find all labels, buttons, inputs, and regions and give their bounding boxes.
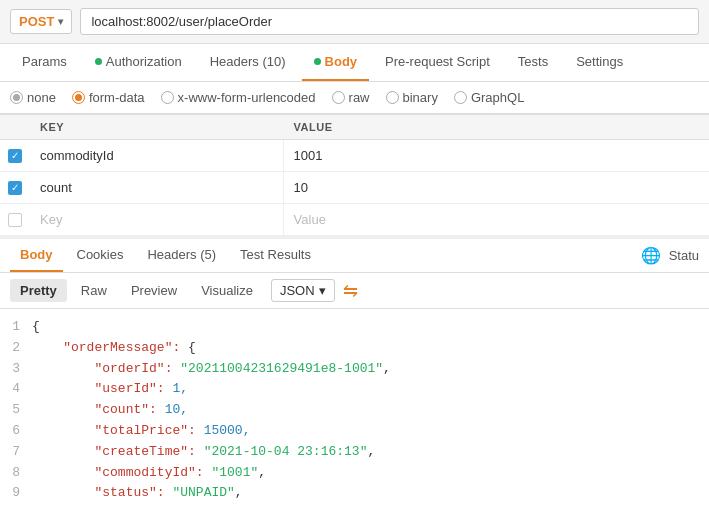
response-tab-test-results[interactable]: Test Results [230,239,321,272]
url-input[interactable] [80,8,699,35]
checkbox-checked-0 [8,149,22,163]
kv-rows-container: commodityId1001count10KeyValue [0,140,709,236]
kv-key-cell-2[interactable]: Key [30,204,284,235]
response-section: BodyCookiesHeaders (5)Test Results 🌐 Sta… [0,236,709,506]
body-type-label-raw: raw [349,90,370,105]
radio-circle-form-data [72,91,85,104]
format-dropdown[interactable]: JSON▾ [271,279,335,302]
format-btn-raw[interactable]: Raw [71,279,117,302]
body-dot [314,58,321,65]
response-tabs-row: BodyCookiesHeaders (5)Test Results 🌐 Sta… [0,239,709,273]
request-tab-settings[interactable]: Settings [564,44,635,81]
line-number-2: 2 [0,338,32,359]
response-tab-cookies[interactable]: Cookies [67,239,134,272]
line-content-9: "status": "UNPAID", [32,483,709,504]
body-type-label-form-data: form-data [89,90,145,105]
line-content-8: "commodityId": "1001", [32,463,709,484]
line-number-7: 7 [0,442,32,463]
body-type-label-binary: binary [403,90,438,105]
response-tab-body[interactable]: Body [10,239,63,272]
kv-row-2: KeyValue [0,204,709,236]
kv-key-header: KEY [30,115,284,139]
kv-value-cell-2[interactable]: Value [284,204,709,235]
status-text: Statu [669,248,699,263]
line-content-2: "orderMessage": { [32,338,709,359]
kv-value-cell-1[interactable]: 10 [284,172,709,203]
request-tab-headers[interactable]: Headers (10) [198,44,298,81]
kv-table-header: KEY VALUE [0,114,709,140]
checkbox-unchecked-2 [8,213,22,227]
line-number-3: 3 [0,359,32,380]
tab-label-headers: Headers (10) [210,54,286,69]
line-number-6: 6 [0,421,32,442]
line-content-4: "userId": 1, [32,379,709,400]
authorization-dot [95,58,102,65]
response-tab-headers[interactable]: Headers (5) [137,239,226,272]
format-btn-preview[interactable]: Preview [121,279,187,302]
method-arrow-icon: ▾ [58,16,63,27]
kv-key-cell-0[interactable]: commodityId [30,140,284,171]
line-content-5: "count": 10, [32,400,709,421]
code-line-5: 5 "count": 10, [0,400,709,421]
code-line-8: 8 "commodityId": "1001", [0,463,709,484]
body-type-label-graphql: GraphQL [471,90,524,105]
format-dropdown-label: JSON [280,283,315,298]
code-line-6: 6 "totalPrice": 15000, [0,421,709,442]
body-type-x-www-form-urlencoded[interactable]: x-www-form-urlencoded [161,90,316,105]
tab-label-authorization: Authorization [106,54,182,69]
line-content-7: "createTime": "2021-10-04 23:16:13", [32,442,709,463]
radio-circle-binary [386,91,399,104]
radio-circle-raw [332,91,345,104]
line-number-5: 5 [0,400,32,421]
line-content-3: "orderId": "20211004231629491e8-1001", [32,359,709,380]
request-tabs: ParamsAuthorizationHeaders (10)BodyPre-r… [0,44,709,82]
format-bar: PrettyRawPreviewVisualizeJSON▾⇋ [0,273,709,309]
line-number-1: 1 [0,317,32,338]
kv-checkbox-0[interactable] [0,141,30,171]
body-type-label-none: none [27,90,56,105]
body-type-none[interactable]: none [10,90,56,105]
request-tab-body[interactable]: Body [302,44,370,81]
body-type-binary[interactable]: binary [386,90,438,105]
kv-checkbox-2[interactable] [0,205,30,235]
request-tab-pre-request[interactable]: Pre-request Script [373,44,502,81]
code-area: 1{2 "orderMessage": {3 "orderId": "20211… [0,309,709,506]
format-dropdown-arrow: ▾ [319,283,326,298]
kv-value-header: VALUE [284,115,709,139]
line-number-4: 4 [0,379,32,400]
body-type-raw[interactable]: raw [332,90,370,105]
body-type-row: noneform-datax-www-form-urlencodedrawbin… [0,82,709,114]
code-line-3: 3 "orderId": "20211004231629491e8-1001", [0,359,709,380]
request-tab-tests[interactable]: Tests [506,44,560,81]
format-btn-visualize[interactable]: Visualize [191,279,263,302]
checkbox-checked-1 [8,181,22,195]
code-line-4: 4 "userId": 1, [0,379,709,400]
wrap-button[interactable]: ⇋ [343,280,358,302]
response-right: 🌐 Statu [641,246,699,265]
code-line-7: 7 "createTime": "2021-10-04 23:16:13", [0,442,709,463]
request-tab-params[interactable]: Params [10,44,79,81]
line-number-8: 8 [0,463,32,484]
tab-label-params: Params [22,54,67,69]
request-tab-authorization[interactable]: Authorization [83,44,194,81]
kv-value-cell-0[interactable]: 1001 [284,140,709,171]
body-type-label-x-www-form-urlencoded: x-www-form-urlencoded [178,90,316,105]
radio-circle-graphql [454,91,467,104]
method-label: POST [19,14,54,29]
tab-label-settings: Settings [576,54,623,69]
format-btn-pretty[interactable]: Pretty [10,279,67,302]
code-line-1: 1{ [0,317,709,338]
kv-key-cell-1[interactable]: count [30,172,284,203]
body-type-graphql[interactable]: GraphQL [454,90,524,105]
code-line-9: 9 "status": "UNPAID", [0,483,709,504]
line-number-9: 9 [0,483,32,504]
tab-label-pre-request: Pre-request Script [385,54,490,69]
url-bar: POST ▾ [0,0,709,44]
radio-circle-none [10,91,23,104]
radio-circle-x-www-form-urlencoded [161,91,174,104]
body-type-form-data[interactable]: form-data [72,90,145,105]
kv-row-0: commodityId1001 [0,140,709,172]
method-dropdown[interactable]: POST ▾ [10,9,72,34]
kv-checkbox-1[interactable] [0,173,30,203]
globe-icon: 🌐 [641,246,661,265]
